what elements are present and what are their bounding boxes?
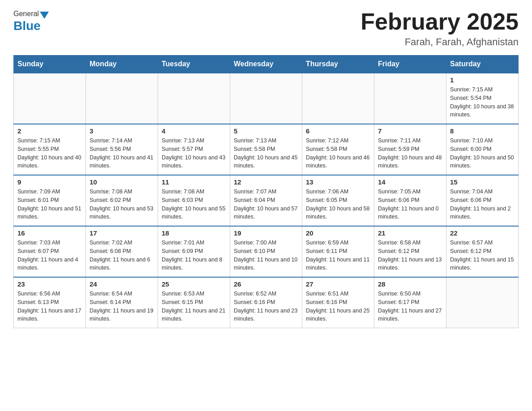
calendar-cell: 20Sunrise: 6:59 AMSunset: 6:11 PMDayligh… [302, 226, 374, 277]
sun-info: Sunrise: 7:13 AMSunset: 5:57 PMDaylight:… [162, 137, 226, 170]
sun-info: Sunrise: 7:00 AMSunset: 6:10 PMDaylight:… [234, 239, 298, 272]
calendar-cell: 14Sunrise: 7:05 AMSunset: 6:06 PMDayligh… [374, 175, 446, 226]
day-number: 6 [306, 127, 370, 135]
sun-info: Sunrise: 6:52 AMSunset: 6:16 PMDaylight:… [234, 290, 298, 323]
sun-info: Sunrise: 6:59 AMSunset: 6:11 PMDaylight:… [306, 239, 370, 272]
calendar-cell: 12Sunrise: 7:07 AMSunset: 6:04 PMDayligh… [230, 175, 302, 226]
sun-info: Sunrise: 7:15 AMSunset: 5:55 PMDaylight:… [17, 137, 82, 170]
calendar-cell: 9Sunrise: 7:09 AMSunset: 6:01 PMDaylight… [14, 175, 86, 226]
sun-info: Sunrise: 7:11 AMSunset: 5:59 PMDaylight:… [378, 137, 442, 170]
sun-info: Sunrise: 7:08 AMSunset: 6:02 PMDaylight:… [90, 188, 154, 221]
page-title: February 2025 [360, 9, 519, 34]
calendar-cell: 11Sunrise: 7:08 AMSunset: 6:03 PMDayligh… [158, 175, 230, 226]
calendar-header-row: SundayMondayTuesdayWednesdayThursdayFrid… [14, 56, 519, 73]
calendar-cell: 5Sunrise: 7:13 AMSunset: 5:58 PMDaylight… [230, 124, 302, 175]
calendar-cell [14, 73, 86, 124]
day-number: 20 [306, 229, 370, 237]
calendar-cell: 27Sunrise: 6:51 AMSunset: 6:16 PMDayligh… [302, 277, 374, 328]
logo-blue-text: Blue [13, 19, 41, 33]
calendar-cell: 24Sunrise: 6:54 AMSunset: 6:14 PMDayligh… [86, 277, 158, 328]
calendar-cell: 16Sunrise: 7:03 AMSunset: 6:07 PMDayligh… [14, 226, 86, 277]
calendar-week-row: 2Sunrise: 7:15 AMSunset: 5:55 PMDaylight… [14, 124, 519, 175]
calendar-cell: 3Sunrise: 7:14 AMSunset: 5:56 PMDaylight… [86, 124, 158, 175]
day-number: 8 [450, 127, 515, 135]
day-number: 2 [17, 127, 82, 135]
calendar-cell: 21Sunrise: 6:58 AMSunset: 6:12 PMDayligh… [374, 226, 446, 277]
calendar-cell: 1Sunrise: 7:15 AMSunset: 5:54 PMDaylight… [446, 73, 519, 124]
day-number: 15 [450, 178, 515, 186]
calendar-cell: 6Sunrise: 7:12 AMSunset: 5:58 PMDaylight… [302, 124, 374, 175]
calendar-cell: 4Sunrise: 7:13 AMSunset: 5:57 PMDaylight… [158, 124, 230, 175]
sun-info: Sunrise: 6:51 AMSunset: 6:16 PMDaylight:… [306, 290, 370, 323]
logo-arrow-icon [40, 12, 49, 19]
day-number: 21 [378, 229, 442, 237]
sun-info: Sunrise: 7:05 AMSunset: 6:06 PMDaylight:… [378, 188, 442, 221]
day-number: 9 [17, 178, 82, 186]
page-subtitle: Farah, Farah, Afghanistan [360, 36, 519, 48]
calendar-weekday-saturday: Saturday [446, 56, 519, 73]
calendar-cell [86, 73, 158, 124]
calendar-week-row: 16Sunrise: 7:03 AMSunset: 6:07 PMDayligh… [14, 226, 519, 277]
calendar-cell: 28Sunrise: 6:50 AMSunset: 6:17 PMDayligh… [374, 277, 446, 328]
sun-info: Sunrise: 7:13 AMSunset: 5:58 PMDaylight:… [234, 137, 298, 170]
day-number: 12 [234, 178, 298, 186]
day-number: 25 [162, 280, 226, 288]
calendar-cell: 8Sunrise: 7:10 AMSunset: 6:00 PMDaylight… [446, 124, 519, 175]
sun-info: Sunrise: 7:06 AMSunset: 6:05 PMDaylight:… [306, 188, 370, 221]
sun-info: Sunrise: 7:01 AMSunset: 6:09 PMDaylight:… [162, 239, 226, 272]
sun-info: Sunrise: 7:10 AMSunset: 6:00 PMDaylight:… [450, 137, 515, 170]
sun-info: Sunrise: 7:14 AMSunset: 5:56 PMDaylight:… [90, 137, 154, 170]
calendar-cell: 23Sunrise: 6:56 AMSunset: 6:13 PMDayligh… [14, 277, 86, 328]
day-number: 27 [306, 280, 370, 288]
day-number: 11 [162, 178, 226, 186]
page-header: General Blue February 2025 Farah, Farah,… [13, 9, 519, 48]
calendar-cell: 15Sunrise: 7:04 AMSunset: 6:06 PMDayligh… [446, 175, 519, 226]
sun-info: Sunrise: 6:50 AMSunset: 6:17 PMDaylight:… [378, 290, 442, 323]
calendar-cell [230, 73, 302, 124]
calendar-cell: 10Sunrise: 7:08 AMSunset: 6:02 PMDayligh… [86, 175, 158, 226]
sun-info: Sunrise: 6:56 AMSunset: 6:13 PMDaylight:… [17, 290, 82, 323]
sun-info: Sunrise: 6:54 AMSunset: 6:14 PMDaylight:… [90, 290, 154, 323]
calendar-cell: 17Sunrise: 7:02 AMSunset: 6:08 PMDayligh… [86, 226, 158, 277]
calendar-cell: 22Sunrise: 6:57 AMSunset: 6:12 PMDayligh… [446, 226, 519, 277]
calendar-cell: 25Sunrise: 6:53 AMSunset: 6:15 PMDayligh… [158, 277, 230, 328]
logo: General Blue [13, 9, 50, 33]
sun-info: Sunrise: 7:09 AMSunset: 6:01 PMDaylight:… [17, 188, 82, 221]
day-number: 16 [17, 229, 82, 237]
sun-info: Sunrise: 7:12 AMSunset: 5:58 PMDaylight:… [306, 137, 370, 170]
day-number: 5 [234, 127, 298, 135]
day-number: 18 [162, 229, 226, 237]
sun-info: Sunrise: 6:58 AMSunset: 6:12 PMDaylight:… [378, 239, 442, 272]
day-number: 17 [90, 229, 154, 237]
calendar-weekday-friday: Friday [374, 56, 446, 73]
sun-info: Sunrise: 7:03 AMSunset: 6:07 PMDaylight:… [17, 239, 82, 272]
calendar-cell: 7Sunrise: 7:11 AMSunset: 5:59 PMDaylight… [374, 124, 446, 175]
day-number: 1 [450, 76, 515, 84]
calendar-cell [374, 73, 446, 124]
sun-info: Sunrise: 6:53 AMSunset: 6:15 PMDaylight:… [162, 290, 226, 323]
day-number: 3 [90, 127, 154, 135]
sun-info: Sunrise: 7:07 AMSunset: 6:04 PMDaylight:… [234, 188, 298, 221]
title-area: February 2025 Farah, Farah, Afghanistan [360, 9, 519, 48]
calendar-cell: 2Sunrise: 7:15 AMSunset: 5:55 PMDaylight… [14, 124, 86, 175]
sun-info: Sunrise: 7:02 AMSunset: 6:08 PMDaylight:… [90, 239, 154, 272]
day-number: 10 [90, 178, 154, 186]
calendar-week-row: 23Sunrise: 6:56 AMSunset: 6:13 PMDayligh… [14, 277, 519, 328]
day-number: 24 [90, 280, 154, 288]
sun-info: Sunrise: 6:57 AMSunset: 6:12 PMDaylight:… [450, 239, 515, 272]
calendar-weekday-thursday: Thursday [302, 56, 374, 73]
day-number: 7 [378, 127, 442, 135]
day-number: 14 [378, 178, 442, 186]
sun-info: Sunrise: 7:08 AMSunset: 6:03 PMDaylight:… [162, 188, 226, 221]
calendar-week-row: 1Sunrise: 7:15 AMSunset: 5:54 PMDaylight… [14, 73, 519, 124]
day-number: 28 [378, 280, 442, 288]
calendar-table: SundayMondayTuesdayWednesdayThursdayFrid… [13, 55, 519, 328]
calendar-cell [158, 73, 230, 124]
day-number: 19 [234, 229, 298, 237]
day-number: 22 [450, 229, 515, 237]
sun-info: Sunrise: 7:15 AMSunset: 5:54 PMDaylight:… [450, 86, 515, 119]
calendar-weekday-wednesday: Wednesday [230, 56, 302, 73]
sun-info: Sunrise: 7:04 AMSunset: 6:06 PMDaylight:… [450, 188, 515, 221]
calendar-weekday-monday: Monday [86, 56, 158, 73]
day-number: 13 [306, 178, 370, 186]
